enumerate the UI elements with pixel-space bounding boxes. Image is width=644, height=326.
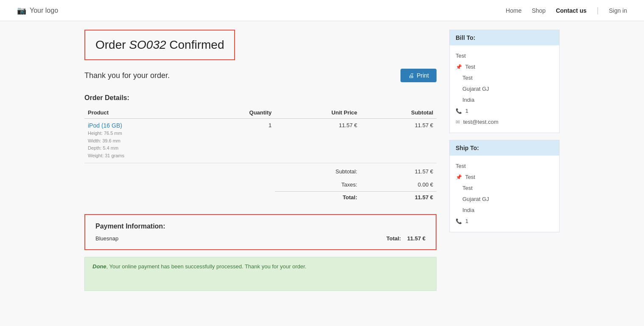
bill-to-phone: 📞 1 <box>456 106 553 117</box>
table-row: iPod (16 GB) Height: 76.5 mm Width: 39.6… <box>84 119 437 163</box>
nav-sign-in[interactable]: Sign in <box>609 7 627 14</box>
payment-total-amount: 11.57 € <box>407 235 426 242</box>
ship-to-address1: 📌 Test <box>456 172 553 183</box>
nav-contact-us[interactable]: Contact us <box>556 7 586 14</box>
phone-icon-ship: 📞 <box>456 218 462 224</box>
subtotal-label: Subtotal: <box>275 163 361 178</box>
col-product: Product <box>84 107 198 119</box>
bill-to-card: Bill To: Test 📌 Test Test Gujarat GJ Ind… <box>449 30 560 133</box>
camera-icon: 📷 <box>17 6 26 15</box>
logo-text: Your logo <box>30 7 58 14</box>
location-icon-ship: 📌 <box>456 174 462 180</box>
taxes-amount: 0.00 € <box>361 178 437 192</box>
bill-to-address1: 📌 Test <box>456 61 553 72</box>
ship-to-address2: Test <box>462 183 553 194</box>
ship-to-city-state: Gujarat GJ <box>462 194 553 205</box>
print-icon: 🖨 <box>408 72 414 79</box>
ship-to-body: Test 📌 Test Test Gujarat GJ India 📞 1 <box>450 156 559 232</box>
content-area: Order SO032 Confirmed Thank you for your… <box>84 30 437 291</box>
unit-price-cell: 11.57 € <box>275 119 361 163</box>
order-number: SO032 <box>129 38 166 51</box>
bill-to-city-state: Gujarat GJ <box>462 84 553 95</box>
print-label: Print <box>417 72 429 79</box>
order-details-heading: Order Details: <box>84 94 437 102</box>
print-button[interactable]: 🖨 Print <box>400 69 437 82</box>
order-prefix: Order <box>95 38 129 51</box>
location-icon: 📌 <box>456 64 462 70</box>
ship-to-header: Ship To: <box>450 140 559 156</box>
order-suffix: Confirmed <box>166 38 224 51</box>
ship-to-card: Ship To: Test 📌 Test Test Gujarat GJ Ind… <box>449 140 560 232</box>
bill-to-body: Test 📌 Test Test Gujarat GJ India 📞 1 ✉ … <box>450 45 559 133</box>
order-table: Product Quantity Unit Price Subtotal iPo… <box>84 107 437 204</box>
bill-to-country: India <box>462 95 553 106</box>
email-icon: ✉ <box>456 119 460 125</box>
col-quantity: Quantity <box>198 107 275 119</box>
product-cell: iPod (16 GB) Height: 76.5 mm Width: 39.6… <box>84 119 198 163</box>
taxes-row: Taxes: 0.00 € <box>84 178 437 192</box>
success-text: , Your online payment has been successfu… <box>106 263 307 270</box>
bill-to-email: ✉ test@test.com <box>456 117 553 128</box>
bill-to-address2: Test <box>462 72 553 84</box>
order-details-section: Order Details: Product Quantity Unit Pri… <box>84 94 437 204</box>
product-details: Height: 76.5 mm Width: 39.6 mm Depth: 5.… <box>88 130 195 159</box>
payment-total: Total: 11.57 € <box>386 235 426 242</box>
bill-to-header: Bill To: <box>450 30 559 45</box>
subtotal-cell: 11.57 € <box>361 119 437 163</box>
header: 📷 Your logo Home Shop Contact us | Sign … <box>0 0 644 21</box>
order-confirmed-box: Order SO032 Confirmed <box>84 30 235 60</box>
product-link[interactable]: iPod (16 GB) <box>88 122 122 129</box>
ship-to-country: India <box>462 205 553 216</box>
sidebar: Bill To: Test 📌 Test Test Gujarat GJ Ind… <box>449 30 560 291</box>
nav-home[interactable]: Home <box>506 7 521 14</box>
ship-to-name: Test <box>456 161 553 172</box>
phone-icon: 📞 <box>456 108 462 114</box>
nav-shop[interactable]: Shop <box>532 7 546 14</box>
order-confirmed-title: Order SO032 Confirmed <box>95 38 224 52</box>
payment-heading: Payment Information: <box>95 223 426 230</box>
taxes-label: Taxes: <box>275 178 361 192</box>
payment-row: Bluesnap Total: 11.57 € <box>95 235 426 242</box>
payment-box: Payment Information: Bluesnap Total: 11.… <box>84 214 437 250</box>
main-content: Order SO032 Confirmed Thank you for your… <box>67 21 577 299</box>
bill-to-name: Test <box>456 50 553 61</box>
col-subtotal: Subtotal <box>361 107 437 119</box>
total-label: Total: <box>275 192 361 204</box>
success-prefix: Done <box>92 263 106 270</box>
payment-total-label: Total: <box>386 235 401 242</box>
subtotal-amount: 11.57 € <box>361 163 437 178</box>
logo: 📷 Your logo <box>17 6 58 15</box>
thank-you-text: Thank you for your order. <box>84 71 170 80</box>
total-amount: 11.57 € <box>361 192 437 204</box>
success-message: Done, Your online payment has been succe… <box>84 257 437 291</box>
total-row: Total: 11.57 € <box>84 192 437 204</box>
payment-provider: Bluesnap <box>95 235 118 242</box>
col-unit-price: Unit Price <box>275 107 361 119</box>
quantity-cell: 1 <box>198 119 275 163</box>
main-nav: Home Shop Contact us | Sign in <box>506 6 627 15</box>
divider-row: Subtotal: 11.57 € <box>84 163 437 178</box>
nav-divider: | <box>597 6 599 15</box>
ship-to-phone: 📞 1 <box>456 216 553 227</box>
thank-you-row: Thank you for your order. 🖨 Print <box>84 69 437 82</box>
